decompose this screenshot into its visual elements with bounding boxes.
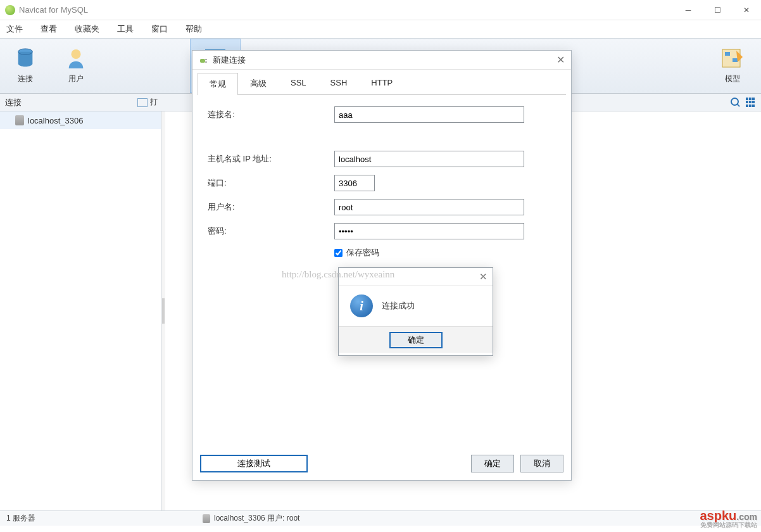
label-user: 用户名: bbox=[208, 201, 334, 213]
minimize-button[interactable]: ─ bbox=[674, 0, 703, 20]
label-host: 主机名或 IP 地址: bbox=[208, 153, 334, 165]
cancel-button[interactable]: 取消 bbox=[520, 455, 563, 472]
menubar: 文件 查看 收藏夹 工具 窗口 帮助 bbox=[0, 20, 761, 38]
sidebar-item-label: localhost_3306 bbox=[28, 116, 83, 125]
table-small-icon bbox=[137, 98, 148, 107]
close-button[interactable]: ✕ bbox=[732, 0, 761, 20]
label-port: 端口: bbox=[208, 177, 334, 189]
tab-general[interactable]: 常规 bbox=[198, 73, 238, 95]
tab-ssh[interactable]: SSH bbox=[318, 72, 360, 94]
app-icon bbox=[5, 5, 15, 15]
db-icon bbox=[15, 115, 24, 125]
tab-http[interactable]: HTTP bbox=[359, 72, 405, 94]
svg-point-2 bbox=[71, 49, 80, 58]
new-connection-dialog: 新建连接 ✕ 常规 高级 SSL SSH HTTP 连接名: 主机名或 IP 地… bbox=[192, 50, 572, 481]
input-password[interactable] bbox=[334, 223, 524, 239]
test-connection-button[interactable]: 连接测试 bbox=[200, 455, 308, 472]
dialog-titlebar: 新建连接 ✕ bbox=[192, 51, 571, 70]
dialog-footer: 连接测试 确定 取消 bbox=[200, 455, 563, 472]
plug-icon bbox=[199, 55, 209, 65]
info-icon: i bbox=[350, 294, 373, 317]
tab-advanced[interactable]: 高级 bbox=[238, 72, 279, 94]
ok-button[interactable]: 确定 bbox=[471, 455, 514, 472]
toolbar-item-connection[interactable]: 连接 bbox=[0, 39, 51, 93]
label-password: 密码: bbox=[208, 225, 334, 237]
messagebox-text: 连接成功 bbox=[382, 300, 415, 312]
user-icon bbox=[66, 48, 86, 70]
svg-rect-5 bbox=[733, 58, 738, 62]
tab-ssl[interactable]: SSL bbox=[279, 72, 318, 94]
app-title: Navicat for MySQL bbox=[19, 5, 88, 15]
statusbar: 1 服务器 localhost_3306 用户: root bbox=[0, 510, 761, 526]
menu-window[interactable]: 窗口 bbox=[151, 23, 168, 35]
database-icon bbox=[15, 48, 35, 70]
dialog-form: 连接名: 主机名或 IP 地址: 端口: 用户名: 密码: 保存密码 bbox=[192, 95, 571, 270]
status-mid: localhost_3306 用户: root bbox=[214, 513, 299, 524]
toolbar-item-model[interactable]: 模型 bbox=[704, 39, 761, 93]
menu-favorites[interactable]: 收藏夹 bbox=[75, 23, 99, 35]
input-conn-name[interactable] bbox=[334, 106, 524, 123]
svg-rect-6 bbox=[200, 59, 205, 63]
maximize-button[interactable]: ☐ bbox=[703, 0, 732, 20]
menu-view[interactable]: 查看 bbox=[41, 23, 57, 35]
menu-help[interactable]: 帮助 bbox=[186, 23, 202, 35]
input-port[interactable] bbox=[334, 175, 375, 191]
search-icon[interactable] bbox=[731, 98, 741, 108]
sidebar: localhost_3306 bbox=[0, 111, 161, 510]
messagebox-ok-button[interactable]: 确定 bbox=[389, 332, 443, 348]
titlebar: Navicat for MySQL ─ ☐ ✕ bbox=[0, 0, 761, 20]
model-icon bbox=[721, 48, 744, 70]
toolbar-label: 连接 bbox=[18, 73, 33, 84]
messagebox: ✕ i 连接成功 确定 bbox=[338, 267, 493, 356]
messagebox-close-icon[interactable]: ✕ bbox=[479, 271, 487, 282]
label-conn-name: 连接名: bbox=[208, 109, 334, 120]
toolbar-item-user[interactable]: 用户 bbox=[51, 39, 101, 93]
status-left: 1 服务器 bbox=[0, 513, 203, 524]
subbar-label-connection: 连接 bbox=[5, 97, 22, 108]
svg-rect-4 bbox=[725, 52, 730, 56]
dialog-title: 新建连接 bbox=[213, 54, 246, 66]
input-host[interactable] bbox=[334, 151, 524, 167]
grid-icon[interactable] bbox=[746, 98, 756, 108]
dialog-tabs: 常规 高级 SSL SSH HTTP bbox=[198, 72, 566, 95]
messagebox-titlebar: ✕ bbox=[339, 268, 493, 286]
menu-file[interactable]: 文件 bbox=[6, 23, 23, 35]
label-save-password: 保存密码 bbox=[346, 247, 379, 258]
toolbar-label: 用户 bbox=[68, 73, 84, 84]
checkbox-save-password[interactable] bbox=[334, 249, 343, 257]
dialog-close-icon[interactable]: ✕ bbox=[557, 54, 565, 66]
db-tiny-icon bbox=[203, 514, 210, 523]
input-user[interactable] bbox=[334, 199, 524, 215]
sidebar-item-connection[interactable]: localhost_3306 bbox=[0, 111, 161, 129]
subbar-open-label: 打 bbox=[150, 97, 158, 108]
menu-tools[interactable]: 工具 bbox=[117, 23, 134, 35]
toolbar-label: 模型 bbox=[725, 73, 740, 84]
